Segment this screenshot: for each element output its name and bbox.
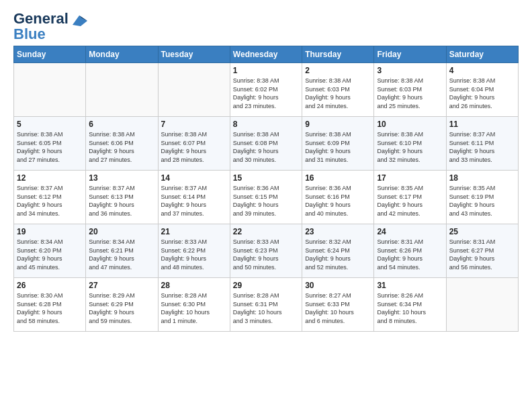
weekday-header-tuesday: Tuesday bbox=[158, 46, 230, 63]
calendar-cell: 8Sunrise: 8:38 AM Sunset: 6:08 PM Daylig… bbox=[230, 117, 302, 171]
day-number: 6 bbox=[89, 120, 154, 129]
day-number: 3 bbox=[377, 66, 443, 75]
logo-general: General bbox=[13, 10, 69, 27]
day-number: 24 bbox=[377, 227, 443, 236]
day-number: 15 bbox=[233, 173, 299, 183]
day-number: 14 bbox=[161, 173, 227, 183]
calendar-cell bbox=[14, 63, 86, 117]
calendar-cell: 11Sunrise: 8:37 AM Sunset: 6:11 PM Dayli… bbox=[446, 117, 518, 171]
day-info: Sunrise: 8:28 AM Sunset: 6:30 PM Dayligh… bbox=[161, 291, 227, 325]
calendar-header: SundayMondayTuesdayWednesdayThursdayFrid… bbox=[14, 46, 519, 63]
day-info: Sunrise: 8:28 AM Sunset: 6:31 PM Dayligh… bbox=[233, 291, 299, 325]
day-number: 23 bbox=[305, 227, 371, 236]
logo-bird-icon bbox=[73, 15, 87, 26]
logo-text: General Blue bbox=[13, 11, 87, 42]
day-info: Sunrise: 8:37 AM Sunset: 6:14 PM Dayligh… bbox=[161, 184, 227, 218]
calendar-cell: 19Sunrise: 8:34 AM Sunset: 6:20 PM Dayli… bbox=[14, 224, 86, 278]
day-number: 27 bbox=[89, 281, 154, 290]
calendar-cell: 4Sunrise: 8:38 AM Sunset: 6:04 PM Daylig… bbox=[446, 63, 518, 117]
day-number: 13 bbox=[89, 173, 154, 183]
calendar-week-row: 1Sunrise: 8:38 AM Sunset: 6:02 PM Daylig… bbox=[14, 63, 519, 117]
day-info: Sunrise: 8:35 AM Sunset: 6:19 PM Dayligh… bbox=[449, 184, 515, 218]
calendar-cell: 2Sunrise: 8:38 AM Sunset: 6:03 PM Daylig… bbox=[302, 63, 374, 117]
day-number: 1 bbox=[233, 66, 299, 75]
page: General Blue SundayMondayTuesdayWednesda… bbox=[0, 0, 532, 338]
day-number: 7 bbox=[161, 120, 227, 129]
calendar-cell: 28Sunrise: 8:28 AM Sunset: 6:30 PM Dayli… bbox=[158, 278, 230, 332]
day-number: 19 bbox=[17, 227, 83, 236]
calendar-week-row: 26Sunrise: 8:30 AM Sunset: 6:28 PM Dayli… bbox=[14, 278, 519, 332]
svg-marker-0 bbox=[73, 15, 87, 26]
day-number: 17 bbox=[377, 173, 443, 183]
day-number: 8 bbox=[233, 120, 299, 129]
calendar-cell: 18Sunrise: 8:35 AM Sunset: 6:19 PM Dayli… bbox=[446, 171, 518, 224]
day-info: Sunrise: 8:38 AM Sunset: 6:10 PM Dayligh… bbox=[377, 130, 443, 164]
day-info: Sunrise: 8:33 AM Sunset: 6:23 PM Dayligh… bbox=[233, 238, 299, 271]
day-info: Sunrise: 8:38 AM Sunset: 6:02 PM Dayligh… bbox=[233, 77, 299, 110]
day-info: Sunrise: 8:29 AM Sunset: 6:29 PM Dayligh… bbox=[89, 291, 154, 325]
calendar-cell bbox=[86, 63, 158, 117]
calendar-cell: 27Sunrise: 8:29 AM Sunset: 6:29 PM Dayli… bbox=[86, 278, 158, 332]
day-number: 30 bbox=[305, 281, 371, 290]
calendar-cell: 7Sunrise: 8:38 AM Sunset: 6:07 PM Daylig… bbox=[158, 117, 230, 171]
day-number: 28 bbox=[161, 281, 227, 290]
calendar-cell bbox=[446, 278, 518, 332]
calendar-cell bbox=[158, 63, 230, 117]
day-info: Sunrise: 8:35 AM Sunset: 6:17 PM Dayligh… bbox=[377, 184, 443, 218]
calendar-cell: 17Sunrise: 8:35 AM Sunset: 6:17 PM Dayli… bbox=[374, 171, 446, 224]
day-number: 5 bbox=[17, 120, 83, 129]
day-number: 16 bbox=[305, 173, 371, 183]
calendar-cell: 15Sunrise: 8:36 AM Sunset: 6:15 PM Dayli… bbox=[230, 171, 302, 224]
day-info: Sunrise: 8:38 AM Sunset: 6:05 PM Dayligh… bbox=[17, 130, 83, 164]
day-info: Sunrise: 8:38 AM Sunset: 6:09 PM Dayligh… bbox=[305, 130, 371, 164]
calendar-week-row: 5Sunrise: 8:38 AM Sunset: 6:05 PM Daylig… bbox=[14, 117, 519, 171]
calendar-cell: 6Sunrise: 8:38 AM Sunset: 6:06 PM Daylig… bbox=[86, 117, 158, 171]
day-number: 31 bbox=[377, 281, 443, 290]
day-number: 20 bbox=[89, 227, 154, 236]
day-info: Sunrise: 8:26 AM Sunset: 6:34 PM Dayligh… bbox=[377, 291, 443, 325]
day-info: Sunrise: 8:37 AM Sunset: 6:11 PM Dayligh… bbox=[449, 130, 515, 164]
weekday-header-row: SundayMondayTuesdayWednesdayThursdayFrid… bbox=[14, 46, 519, 63]
day-number: 21 bbox=[161, 227, 227, 236]
day-info: Sunrise: 8:36 AM Sunset: 6:15 PM Dayligh… bbox=[233, 184, 299, 218]
calendar-cell: 13Sunrise: 8:37 AM Sunset: 6:13 PM Dayli… bbox=[86, 171, 158, 224]
calendar-cell: 21Sunrise: 8:33 AM Sunset: 6:22 PM Dayli… bbox=[158, 224, 230, 278]
weekday-header-sunday: Sunday bbox=[14, 46, 86, 63]
calendar-cell: 16Sunrise: 8:36 AM Sunset: 6:16 PM Dayli… bbox=[302, 171, 374, 224]
day-number: 22 bbox=[233, 227, 299, 236]
day-info: Sunrise: 8:32 AM Sunset: 6:24 PM Dayligh… bbox=[305, 238, 371, 271]
calendar-cell: 26Sunrise: 8:30 AM Sunset: 6:28 PM Dayli… bbox=[14, 278, 86, 332]
logo: General Blue bbox=[13, 11, 87, 42]
calendar-week-row: 19Sunrise: 8:34 AM Sunset: 6:20 PM Dayli… bbox=[14, 224, 519, 278]
calendar-cell: 9Sunrise: 8:38 AM Sunset: 6:09 PM Daylig… bbox=[302, 117, 374, 171]
day-number: 26 bbox=[17, 281, 83, 290]
day-number: 2 bbox=[305, 66, 371, 75]
day-number: 25 bbox=[449, 227, 515, 236]
weekday-header-friday: Friday bbox=[374, 46, 446, 63]
logo-area: General Blue bbox=[13, 11, 87, 42]
weekday-header-thursday: Thursday bbox=[302, 46, 374, 63]
day-info: Sunrise: 8:37 AM Sunset: 6:12 PM Dayligh… bbox=[17, 184, 83, 218]
day-info: Sunrise: 8:38 AM Sunset: 6:03 PM Dayligh… bbox=[377, 77, 443, 110]
day-info: Sunrise: 8:38 AM Sunset: 6:06 PM Dayligh… bbox=[89, 130, 154, 164]
calendar-cell: 3Sunrise: 8:38 AM Sunset: 6:03 PM Daylig… bbox=[374, 63, 446, 117]
day-info: Sunrise: 8:33 AM Sunset: 6:22 PM Dayligh… bbox=[161, 238, 227, 271]
calendar-table: SundayMondayTuesdayWednesdayThursdayFrid… bbox=[13, 46, 519, 332]
day-number: 11 bbox=[449, 120, 515, 129]
calendar-cell: 20Sunrise: 8:34 AM Sunset: 6:21 PM Dayli… bbox=[86, 224, 158, 278]
calendar-cell: 25Sunrise: 8:31 AM Sunset: 6:27 PM Dayli… bbox=[446, 224, 518, 278]
calendar-cell: 23Sunrise: 8:32 AM Sunset: 6:24 PM Dayli… bbox=[302, 224, 374, 278]
day-info: Sunrise: 8:38 AM Sunset: 6:08 PM Dayligh… bbox=[233, 130, 299, 164]
calendar-cell: 24Sunrise: 8:31 AM Sunset: 6:26 PM Dayli… bbox=[374, 224, 446, 278]
calendar-cell: 22Sunrise: 8:33 AM Sunset: 6:23 PM Dayli… bbox=[230, 224, 302, 278]
day-info: Sunrise: 8:31 AM Sunset: 6:27 PM Dayligh… bbox=[449, 238, 515, 271]
calendar-cell: 29Sunrise: 8:28 AM Sunset: 6:31 PM Dayli… bbox=[230, 278, 302, 332]
calendar-cell: 10Sunrise: 8:38 AM Sunset: 6:10 PM Dayli… bbox=[374, 117, 446, 171]
day-info: Sunrise: 8:37 AM Sunset: 6:13 PM Dayligh… bbox=[89, 184, 154, 218]
header: General Blue bbox=[13, 11, 519, 42]
calendar-cell: 14Sunrise: 8:37 AM Sunset: 6:14 PM Dayli… bbox=[158, 171, 230, 224]
day-number: 29 bbox=[233, 281, 299, 290]
day-info: Sunrise: 8:38 AM Sunset: 6:04 PM Dayligh… bbox=[449, 77, 515, 110]
day-info: Sunrise: 8:30 AM Sunset: 6:28 PM Dayligh… bbox=[17, 291, 83, 325]
day-number: 4 bbox=[449, 66, 515, 75]
